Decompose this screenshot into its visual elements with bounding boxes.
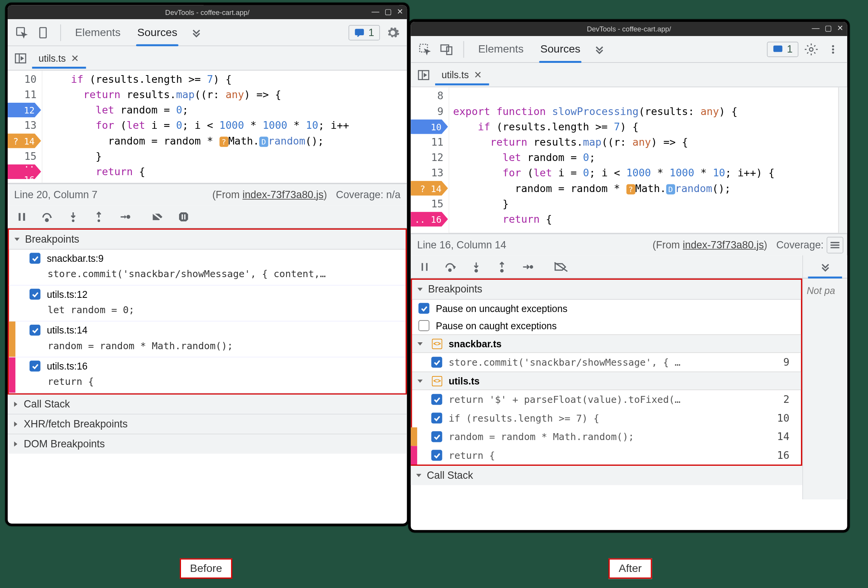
- svg-point-17: [832, 45, 834, 47]
- breakpoint-group-header[interactable]: <>utils.ts: [412, 371, 801, 390]
- deactivate-breakpoints-icon[interactable]: [552, 258, 570, 276]
- checkbox-icon[interactable]: [418, 320, 429, 331]
- gear-icon[interactable]: [384, 23, 402, 41]
- breakpoint-group-header[interactable]: <>snackbar.ts: [412, 334, 801, 353]
- breakpoint-item[interactable]: return '$' + parseFloat(value).toFixed(……: [412, 390, 801, 409]
- svg-point-18: [832, 48, 834, 50]
- step-out-icon[interactable]: [90, 208, 108, 226]
- window-controls[interactable]: —▢✕: [812, 24, 843, 33]
- device-icon[interactable]: [438, 40, 456, 58]
- svg-rect-3: [15, 54, 26, 62]
- device-icon[interactable]: [35, 23, 53, 41]
- svg-rect-21: [830, 241, 839, 243]
- navigator-toggle-icon[interactable]: [12, 49, 30, 67]
- step-icon[interactable]: [519, 258, 537, 276]
- breakpoint-item[interactable]: utils.ts:12: [9, 286, 406, 303]
- caption-before: Before: [180, 558, 232, 579]
- checkbox-icon[interactable]: [418, 303, 429, 314]
- scrollbar[interactable]: [838, 87, 847, 233]
- tab-elements[interactable]: Elements: [69, 19, 127, 46]
- close-icon[interactable]: ✕: [71, 52, 79, 64]
- gear-icon[interactable]: [802, 40, 820, 58]
- svg-point-26: [501, 269, 503, 272]
- pause-exceptions-icon[interactable]: [174, 208, 192, 226]
- step-icon[interactable]: [115, 208, 133, 226]
- tab-elements[interactable]: Elements: [472, 36, 530, 62]
- more-tabs-icon[interactable]: [590, 40, 608, 58]
- code-editor[interactable]: 89 10111213? 1415.. 16 export function s…: [411, 87, 847, 234]
- code-editor[interactable]: 1011 1213? 1415.. 16 if (results.length …: [8, 71, 407, 184]
- main-toolbar: Elements Sources 1: [411, 36, 847, 63]
- inspect-icon[interactable]: [416, 40, 434, 58]
- callstack-header[interactable]: Call Stack: [8, 395, 407, 415]
- svg-point-6: [46, 218, 48, 221]
- svg-rect-2: [355, 28, 364, 35]
- expand-icon[interactable]: [803, 255, 847, 278]
- step-over-icon[interactable]: [442, 258, 460, 276]
- tab-sources[interactable]: Sources: [534, 36, 587, 62]
- debugger-side-panel: Not pa: [802, 255, 847, 499]
- svg-rect-13: [441, 44, 449, 51]
- file-tab-utils[interactable]: utils.ts✕: [32, 48, 86, 67]
- breakpoints-header[interactable]: Breakpoints: [9, 230, 406, 250]
- callstack-header[interactable]: Call Stack: [411, 466, 802, 485]
- breakpoints-panel-highlight: Breakpoints Pause on uncaught exceptions…: [411, 279, 802, 466]
- pause-icon[interactable]: [13, 208, 31, 226]
- breakpoint-item[interactable]: utils.ts:14: [9, 322, 406, 339]
- status-bar: Line 16, Column 14 (From index-73f73a80.…: [411, 233, 847, 255]
- checkbox-icon[interactable]: [30, 289, 40, 299]
- xhr-breakpoints-header[interactable]: XHR/fetch Breakpoints: [8, 414, 407, 434]
- titlebar[interactable]: DevTools - coffee-cart.app/ —▢✕: [411, 22, 847, 36]
- breakpoint-item[interactable]: random = random * Math.random();14: [412, 427, 801, 446]
- pause-uncaught-row[interactable]: Pause on uncaught exceptions: [412, 300, 801, 317]
- sourcemap-link[interactable]: index-73f73a80.js: [683, 239, 764, 250]
- checkbox-icon[interactable]: [431, 412, 442, 423]
- messages-badge[interactable]: 1: [349, 25, 380, 40]
- devtools-window-before: DevTools - coffee-cart.app/ —▢✕ Elements…: [5, 3, 409, 526]
- deactivate-breakpoints-icon[interactable]: [149, 208, 167, 226]
- not-paused-label: Not pa: [803, 279, 847, 302]
- checkbox-icon[interactable]: [431, 394, 442, 405]
- file-tab-utils[interactable]: utils.ts✕: [435, 65, 489, 84]
- svg-rect-10: [182, 214, 183, 219]
- breakpoint-item[interactable]: store.commit('snackbar/showMessage', { ……: [412, 353, 801, 372]
- svg-point-25: [475, 269, 477, 272]
- sourcemap-link[interactable]: index-73f73a80.js: [243, 189, 324, 200]
- messages-badge[interactable]: 1: [767, 41, 799, 57]
- dom-breakpoints-header[interactable]: DOM Breakpoints: [8, 434, 407, 453]
- checkbox-icon[interactable]: [30, 253, 40, 264]
- svg-point-27: [530, 266, 533, 268]
- pause-caught-row[interactable]: Pause on caught exceptions: [412, 317, 801, 334]
- titlebar[interactable]: DevTools - coffee-cart.app/ —▢✕: [8, 5, 407, 19]
- breakpoint-item[interactable]: return {16: [412, 446, 801, 465]
- file-tab-bar: utils.ts✕: [8, 46, 407, 71]
- checkbox-icon[interactable]: [30, 361, 40, 371]
- step-into-icon[interactable]: [467, 258, 485, 276]
- step-over-icon[interactable]: [38, 208, 56, 226]
- step-out-icon[interactable]: [493, 258, 511, 276]
- checkbox-icon[interactable]: [431, 431, 442, 442]
- breakpoint-item[interactable]: if (results.length >= 7) {10: [412, 409, 801, 427]
- breakpoint-item[interactable]: snackbar.ts:9: [9, 250, 406, 267]
- svg-rect-22: [830, 244, 839, 245]
- navigator-toggle-icon[interactable]: [414, 66, 432, 84]
- checkbox-icon[interactable]: [431, 357, 442, 368]
- svg-point-16: [809, 47, 813, 51]
- pause-icon[interactable]: [416, 258, 434, 276]
- checkbox-icon[interactable]: [30, 325, 40, 335]
- checkbox-icon[interactable]: [431, 450, 442, 460]
- devtools-window-after: DevTools - coffee-cart.app/ —▢✕ Elements…: [408, 19, 850, 532]
- svg-point-9: [127, 215, 130, 218]
- breakpoint-item[interactable]: utils.ts:16: [9, 357, 406, 374]
- breakpoints-header[interactable]: Breakpoints: [412, 280, 801, 300]
- main-toolbar: Elements Sources 1: [8, 19, 407, 46]
- more-icon[interactable]: [827, 237, 843, 253]
- step-into-icon[interactable]: [64, 208, 82, 226]
- inspect-icon[interactable]: [13, 23, 31, 41]
- window-controls[interactable]: —▢✕: [372, 7, 403, 16]
- svg-rect-23: [830, 247, 839, 248]
- kebab-icon[interactable]: [824, 40, 842, 58]
- close-icon[interactable]: ✕: [474, 69, 482, 80]
- tab-sources[interactable]: Sources: [131, 19, 184, 46]
- more-tabs-icon[interactable]: [187, 23, 205, 41]
